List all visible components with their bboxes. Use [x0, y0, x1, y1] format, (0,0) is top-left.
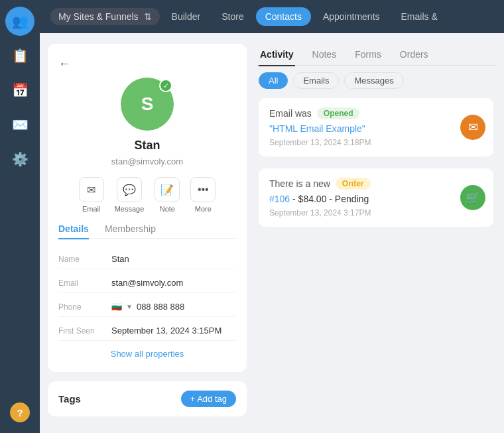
filter-messages[interactable]: Messages	[344, 72, 403, 89]
filter-emails[interactable]: Emails	[293, 72, 339, 89]
contacts-icon: 👥	[12, 13, 29, 29]
panel-tabs: Activity Notes Forms Orders	[256, 44, 496, 66]
phone-number: 088 888 888	[137, 302, 184, 312]
switcher-icon: ⇅	[144, 11, 152, 22]
order-activity-prefix: There is a new	[269, 178, 330, 189]
phone-dropdown-icon[interactable]: ▼	[126, 303, 133, 310]
contact-email-display: stan@simvoly.com	[111, 156, 183, 166]
detail-name-row: Name Stan	[58, 249, 236, 269]
documents-icon: 📋	[12, 48, 29, 64]
cart-icon: 🛒	[466, 190, 480, 205]
nav-emails[interactable]: Emails &	[392, 7, 447, 26]
envelope-icon: ✉	[468, 120, 478, 135]
first-seen-value: September 13, 2024 3:15PM	[111, 326, 236, 336]
order-badge: Order	[336, 178, 371, 190]
tab-details[interactable]: Details	[58, 219, 89, 239]
message-action[interactable]: 💬 Message	[115, 177, 145, 213]
tab-activity[interactable]: Activity	[259, 44, 295, 66]
phone-flag: 🇧🇬	[111, 302, 122, 312]
note-action[interactable]: 📝 Note	[155, 177, 180, 213]
activity-list: Email was Opened "HTML Email Example" Se…	[256, 98, 496, 227]
filter-all[interactable]: All	[259, 72, 288, 89]
message-action-icon: 💬	[117, 177, 142, 202]
first-seen-label: First Seen	[58, 326, 111, 336]
sidebar-item-settings[interactable]: ⚙️	[5, 145, 34, 174]
right-panel: Activity Notes Forms Orders All Emails M…	[256, 44, 496, 422]
main-area: My Sites & Funnels ⇅ Builder Store Conta…	[40, 0, 504, 433]
order-activity-header: There is a new Order	[269, 178, 483, 190]
detail-email-row: Email stan@simvoly.com	[58, 273, 236, 293]
message-action-label: Message	[115, 205, 145, 213]
nav-builder[interactable]: Builder	[162, 7, 210, 26]
contact-card: ← S ✓ Stan stan@simvoly.com ✉ Email 💬 Me…	[48, 44, 247, 372]
note-action-icon: 📝	[155, 177, 180, 202]
switcher-label: My Sites & Funnels	[58, 11, 139, 22]
activity-item-email: Email was Opened "HTML Email Example" Se…	[259, 98, 493, 156]
tab-membership[interactable]: Membership	[105, 219, 156, 239]
filter-pills: All Emails Messages	[256, 72, 496, 89]
order-activity-icon: 🛒	[460, 185, 485, 210]
left-panel: ← S ✓ Stan stan@simvoly.com ✉ Email 💬 Me…	[48, 44, 247, 422]
note-action-label: Note	[160, 205, 175, 213]
email-action[interactable]: ✉ Email	[79, 177, 104, 213]
verified-badge: ✓	[159, 79, 172, 92]
email-activity-time: September 13, 2024 3:18PM	[269, 138, 483, 147]
tags-label: Tags	[58, 393, 81, 404]
back-button[interactable]: ←	[58, 57, 70, 71]
top-navigation: My Sites & Funnels ⇅ Builder Store Conta…	[40, 0, 504, 33]
email-value: stan@simvoly.com	[111, 278, 236, 288]
detail-first-seen-row: First Seen September 13, 2024 3:15PM	[58, 321, 236, 341]
tab-notes[interactable]: Notes	[311, 44, 338, 66]
contact-tabs: Details Membership	[58, 219, 236, 239]
name-label: Name	[58, 255, 111, 264]
order-activity-link[interactable]: #106 - $84.00 - Pending	[269, 194, 483, 204]
nav-appointments[interactable]: Appointments	[314, 7, 389, 26]
email-activity-icon: ✉	[460, 115, 485, 140]
tags-section: Tags + Add tag	[48, 381, 247, 416]
add-tag-button[interactable]: + Add tag	[181, 391, 236, 407]
tab-forms[interactable]: Forms	[353, 44, 383, 66]
sidebar-item-documents[interactable]: 📋	[5, 41, 34, 70]
contact-name: Stan	[134, 139, 160, 153]
sites-funnels-switcher[interactable]: My Sites & Funnels ⇅	[50, 8, 160, 25]
sidebar-item-mail[interactable]: ✉️	[5, 110, 34, 139]
activity-item-order: There is a new Order #106 - $84.00 - Pen…	[259, 168, 493, 227]
phone-value: 🇧🇬 ▼ 088 888 888	[111, 302, 236, 312]
detail-phone-row: Phone 🇧🇬 ▼ 088 888 888	[58, 297, 236, 317]
order-number: #106	[269, 194, 290, 204]
order-details: - $84.00 - Pending	[292, 194, 369, 204]
more-action-icon: •••	[190, 177, 216, 202]
email-opened-badge: Opened	[317, 107, 360, 119]
sidebar: 👥 📋 📅 ✉️ ⚙️ ?	[0, 0, 40, 433]
email-activity-link[interactable]: "HTML Email Example"	[269, 123, 483, 134]
content-area: ← S ✓ Stan stan@simvoly.com ✉ Email 💬 Me…	[40, 33, 504, 433]
name-value: Stan	[111, 254, 236, 264]
order-activity-time: September 13, 2024 3:17PM	[269, 208, 483, 217]
show-all-properties[interactable]: Show all properties	[111, 349, 184, 359]
avatar-wrapper: S ✓	[121, 78, 174, 131]
tab-orders[interactable]: Orders	[399, 44, 430, 66]
more-action-label: More	[195, 205, 212, 213]
sidebar-item-calendar[interactable]: 📅	[5, 76, 34, 105]
email-action-label: Email	[82, 205, 101, 213]
email-activity-header: Email was Opened	[269, 107, 483, 119]
email-action-icon: ✉	[79, 177, 104, 202]
help-icon: ?	[17, 407, 23, 418]
more-action[interactable]: ••• More	[190, 177, 216, 213]
help-button[interactable]: ?	[10, 402, 30, 422]
nav-contacts[interactable]: Contacts	[256, 7, 311, 26]
mail-icon: ✉️	[12, 117, 29, 133]
email-activity-prefix: Email was	[269, 108, 312, 119]
nav-store[interactable]: Store	[212, 7, 253, 26]
email-label: Email	[58, 278, 111, 288]
settings-icon: ⚙️	[12, 151, 29, 167]
calendar-icon: 📅	[12, 82, 29, 98]
phone-label: Phone	[58, 302, 111, 312]
sidebar-item-contacts[interactable]: 👥	[5, 7, 34, 36]
action-row: ✉ Email 💬 Message 📝 Note ••• More	[79, 177, 216, 213]
